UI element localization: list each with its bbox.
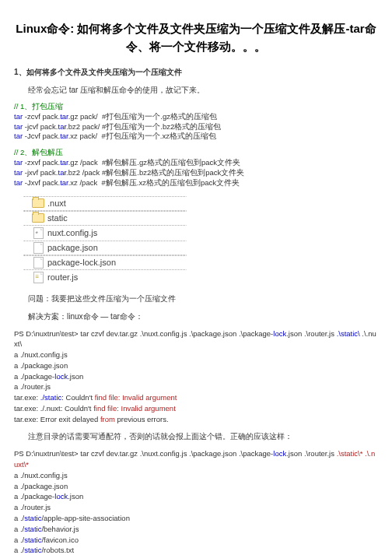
note-text: 注意目录的话需要写通配符，否则的话就会报上面这个错。正确的应该这样： — [28, 430, 378, 442]
command-line: tar -zcvf pack.tar.gz pack/ #打包压缩为一个.gz格… — [14, 112, 378, 122]
extract-commands: tar -zxvf pack.tar.gz /pack #解包解压.gz格式的压… — [14, 158, 378, 188]
terminal-line: a ./nuxt.config.js — [14, 470, 378, 481]
question-text: 问题：我要把这些文件压缩为一个压缩文件 — [28, 293, 378, 304]
compress-commands: tar -zcvf pack.tar.gz pack/ #打包压缩为一个.gz格… — [14, 112, 378, 142]
tree-row-static: static — [23, 211, 187, 226]
terminal-line: a ./static/favicon.ico — [14, 535, 378, 546]
file-icon — [32, 272, 44, 283]
intro-text: 经常会忘记 tar 压缩和解压命令的使用，故记下来。 — [28, 84, 378, 96]
command-line: tar -jcvf pack.tar.bz2 pack/ #打包压缩为一个.bz… — [14, 122, 378, 132]
compress-section-title: // 1、打包压缩 — [14, 102, 378, 112]
terminal-line: a ./package.json — [14, 360, 378, 371]
folder-icon — [32, 213, 44, 223]
file-icon — [32, 243, 44, 253]
tree-row-.nuxt: .nuxt — [23, 196, 187, 211]
file-tree: .nuxtstaticnuxt.config.jspackage.jsonpac… — [19, 196, 187, 285]
terminal-output-1: PS D:\nuxtrun\test> tar czvf dev.tar.gz … — [14, 328, 378, 425]
extract-section-title: // 2、解包解压 — [14, 148, 378, 158]
tree-row-package-lock.json: package-lock.json — [23, 255, 187, 270]
terminal-line: a ./router.js — [14, 502, 378, 513]
terminal-output-2: PS D:\nuxtrun\test> tar czvf dev.tar.gz … — [14, 448, 378, 555]
terminal-line: a ./static/robots.txt — [14, 545, 378, 555]
section-heading-1: 1、如何将多个文件及文件夹压缩为一个压缩文件 — [14, 66, 378, 78]
command-line: tar -jxvf pack.tar.bz2 /pack #解包解压.bz2格式… — [14, 168, 378, 178]
terminal-line: PS D:\nuxtrun\test> tar czvf dev.tar.gz … — [14, 448, 378, 470]
tree-label: router.js — [47, 271, 78, 284]
tree-label: package.json — [47, 241, 98, 255]
terminal-line: a ./package-lock.json — [14, 491, 378, 502]
terminal-line: a ./static/behavior.js — [14, 524, 378, 535]
terminal-line: tar.exe: ./static: Couldn't find file: I… — [14, 392, 378, 403]
tree-label: nuxt.config.js — [47, 227, 97, 240]
command-line: tar -Jxvf pack.tar.xz /pack #解包解压.xz格式的压… — [14, 178, 378, 188]
tree-label: package-lock.json — [47, 256, 116, 269]
terminal-line: a ./package.json — [14, 481, 378, 492]
terminal-line: a ./router.js — [14, 381, 378, 392]
command-line: tar -Jcvf pack.tar.xz pack/ #打包压缩为一个.xz格… — [14, 132, 378, 142]
terminal-line: a ./nuxt.config.js — [14, 350, 378, 360]
command-line: tar -zxvf pack.tar.gz /pack #解包解压.gz格式的压… — [14, 158, 378, 168]
tree-row-nuxt.config.js: nuxt.config.js — [23, 226, 187, 241]
terminal-line: tar.exe: Error exit delayed from previou… — [14, 414, 378, 425]
tree-label: static — [47, 212, 68, 225]
file-icon — [32, 258, 44, 268]
page-title: Linux命令: 如何将多个文件及文件夹压缩为一个压缩文件及解压-tar命令、将… — [14, 20, 378, 55]
solution-text: 解决方案：linux命令 — tar命令： — [28, 311, 378, 322]
terminal-line: tar.exe: ./.nuxt: Couldn't find file: In… — [14, 403, 378, 414]
terminal-line: a ./package-lock.json — [14, 371, 378, 382]
tree-label: .nuxt — [47, 197, 66, 210]
file-icon — [32, 228, 44, 238]
tree-row-package.json: package.json — [23, 241, 187, 255]
terminal-line: a ./static/apple-app-site-association — [14, 513, 378, 524]
folder-icon — [32, 198, 44, 209]
tree-row-router.js: router.js — [23, 270, 187, 285]
terminal-line: PS D:\nuxtrun\test> tar czvf dev.tar.gz … — [14, 328, 378, 350]
